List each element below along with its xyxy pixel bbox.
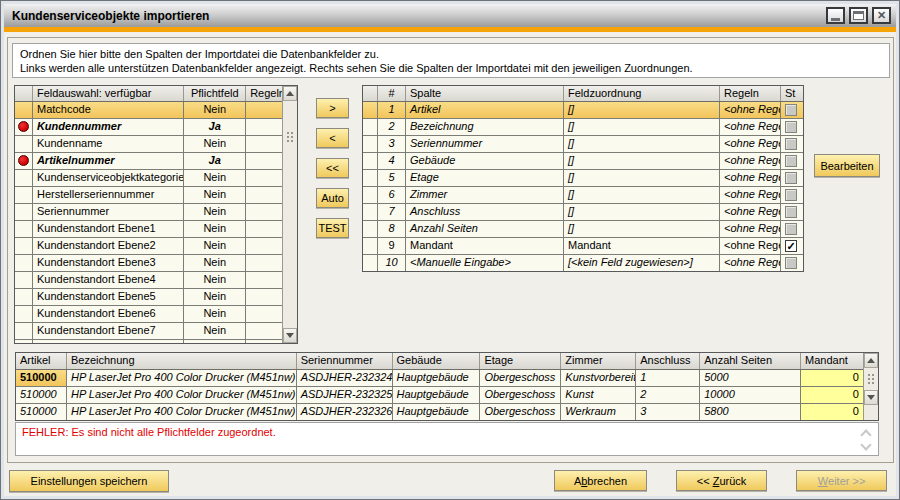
preview-header[interactable]: Bezeichnung <box>67 353 297 369</box>
preview-header[interactable]: Anschluss <box>636 353 700 369</box>
next-button[interactable]: Weiter >> <box>796 470 887 491</box>
scroll-down-button[interactable] <box>283 328 297 343</box>
preview-header[interactable]: Artikel <box>16 353 67 369</box>
right-header-num[interactable]: # <box>378 86 406 101</box>
table-row[interactable]: 5 Etage [] <ohne Regel> <box>363 170 803 187</box>
left-header-rules[interactable]: Regeln <box>246 86 282 101</box>
content-panel: Ordnen Sie hier bitte den Spalten der Im… <box>7 37 894 463</box>
minimize-button[interactable] <box>826 7 845 24</box>
test-button[interactable]: TEST <box>316 218 349 238</box>
table-row[interactable]: Kundenstandort Ebene4 Nein <box>15 272 282 289</box>
table-row[interactable]: Seriennummer Nein <box>15 204 282 221</box>
left-table-scrollbar[interactable] <box>282 86 297 343</box>
standard-checkbox[interactable] <box>785 138 797 150</box>
standard-checkbox[interactable] <box>785 172 797 184</box>
table-row[interactable]: Kundenserviceobjektkategorie Nein <box>15 170 282 187</box>
edit-button[interactable]: Bearbeiten <box>814 154 880 177</box>
unassign-all-button[interactable]: << <box>316 158 349 178</box>
standard-checkbox[interactable] <box>785 257 797 269</box>
dialog-window: Kundenserviceobjekte importieren ✕ Ordne… <box>0 0 900 500</box>
left-header-required[interactable]: Pflichtfeld <box>184 86 246 101</box>
standard-checkbox[interactable] <box>785 155 797 167</box>
table-row[interactable]: 6 Zimmer [] <ohne Regel> <box>363 187 803 204</box>
standard-checkbox[interactable] <box>785 206 797 218</box>
available-fields-table: Feldauswahl: verfügbar Pflichtfeld Regel… <box>14 85 298 344</box>
right-header-mapping[interactable]: Feldzuordnung <box>564 86 720 101</box>
import-dialog: Kundenserviceobjekte importieren ✕ Ordne… <box>0 0 900 500</box>
table-row[interactable]: Kundenstandort Ebene8 Nein <box>15 340 282 343</box>
preview-header[interactable]: Zimmer <box>561 353 636 369</box>
table-row[interactable]: Kundenstandort Ebene1 Nein <box>15 221 282 238</box>
table-row[interactable]: 2 Bezeichnung [] <ohne Regel> <box>363 119 803 136</box>
table-row[interactable]: 10 <Manuelle Eingabe> [<kein Feld zugewi… <box>363 255 803 271</box>
column-mapping-table: # Spalte Feldzuordnung Regeln St 1 Artik… <box>362 85 804 272</box>
right-header-column[interactable]: Spalte <box>406 86 564 101</box>
scroll-up-button[interactable] <box>283 86 297 101</box>
unassign-button[interactable]: < <box>316 128 349 148</box>
next-label: W <box>818 475 828 487</box>
scroll-down-button[interactable] <box>864 390 878 405</box>
preview-header[interactable]: Anzahl Seiten <box>700 353 801 369</box>
right-header-icon-col <box>363 86 378 101</box>
table-row[interactable]: Kundenstandort Ebene6 Nein <box>15 306 282 323</box>
required-field-icon <box>18 121 29 132</box>
maximize-button[interactable] <box>849 7 868 24</box>
right-header-st[interactable]: St <box>781 86 803 101</box>
back-button[interactable]: << Zurück <box>676 470 767 491</box>
standard-checkbox[interactable] <box>785 121 797 133</box>
table-row[interactable]: 4 Gebäude [] <ohne Regel> <box>363 153 803 170</box>
table-row[interactable]: Artikelnummer Ja <box>15 153 282 170</box>
arrow-up-icon <box>867 358 875 363</box>
table-row[interactable]: Kundenstandort Ebene7 Nein <box>15 323 282 340</box>
scroll-up-button[interactable] <box>864 353 878 368</box>
arrow-up-icon <box>286 91 294 96</box>
back-label: << <box>697 475 710 487</box>
table-row[interactable]: 9 Mandant Mandant <ohne Regel> ✓ <box>363 238 803 255</box>
table-row[interactable]: 510000 HP LaserJet Pro 400 Color Drucker… <box>16 404 863 420</box>
dialog-title: Kundenserviceobjekte importieren <box>4 9 209 23</box>
required-field-icon <box>18 155 29 166</box>
cancel-button[interactable]: Abbrechen <box>554 470 647 491</box>
instructions-panel: Ordnen Sie hier bitte den Spalten der Im… <box>12 43 890 78</box>
table-row[interactable]: 1 Artikel [] <ohne Regel> <box>363 102 803 119</box>
scrollbar-grip[interactable] <box>866 372 876 385</box>
save-settings-button[interactable]: Einstellungen speichern <box>9 470 169 492</box>
close-button[interactable]: ✕ <box>872 7 891 24</box>
preview-header[interactable]: Seriennummer <box>297 353 393 369</box>
cancel-label: A <box>574 475 581 487</box>
standard-checkbox[interactable] <box>785 223 797 235</box>
preview-header[interactable]: Etage <box>480 353 561 369</box>
table-row[interactable]: Kundenstandort Ebene2 Nein <box>15 238 282 255</box>
arrow-down-icon <box>867 395 875 400</box>
preview-table-scrollbar[interactable] <box>863 353 878 420</box>
standard-checkbox[interactable] <box>785 189 797 201</box>
scrollbar-grip[interactable] <box>285 130 295 143</box>
left-header-icon-col <box>15 86 33 101</box>
table-row[interactable]: Kundenstandort Ebene5 Nein <box>15 289 282 306</box>
table-row[interactable]: Kundennummer Ja <box>15 119 282 136</box>
title-bar[interactable]: Kundenserviceobjekte importieren ✕ <box>4 4 896 27</box>
preview-header[interactable]: Gebäude <box>393 353 481 369</box>
table-row[interactable]: Kundenname Nein <box>15 136 282 153</box>
table-row[interactable]: Kundenstandort Ebene3 Nein <box>15 255 282 272</box>
instructions-line2: Links werden alle unterstützen Datenbank… <box>20 61 882 75</box>
table-row[interactable]: 510000 HP LaserJet Pro 400 Color Drucker… <box>16 370 863 387</box>
preview-header[interactable]: Mandant <box>801 353 863 369</box>
chevron-down-icon[interactable] <box>860 439 871 450</box>
accent-bar <box>4 27 896 32</box>
standard-checkbox-checked[interactable]: ✓ <box>785 240 797 252</box>
left-header-field[interactable]: Feldauswahl: verfügbar <box>33 86 184 101</box>
table-row[interactable]: Herstellerseriennummer Nein <box>15 187 282 204</box>
right-header-rules[interactable]: Regeln <box>720 86 781 101</box>
table-row[interactable]: 3 Seriennummer [] <ohne Regel> <box>363 136 803 153</box>
message-panel: FEHLER: Es sind nicht alle Pflichtfelder… <box>15 422 879 456</box>
minimize-icon <box>831 18 840 21</box>
standard-checkbox[interactable] <box>785 104 797 116</box>
assign-button[interactable]: > <box>316 98 349 118</box>
table-row[interactable]: 8 Anzahl Seiten [] <ohne Regel> <box>363 221 803 238</box>
table-row[interactable]: 7 Anschluss [] <ohne Regel> <box>363 204 803 221</box>
table-row[interactable]: 510000 HP LaserJet Pro 400 Color Drucker… <box>16 387 863 404</box>
table-row[interactable]: Matchcode Nein <box>15 102 282 119</box>
close-icon: ✕ <box>877 10 886 21</box>
auto-assign-button[interactable]: Auto <box>316 188 349 208</box>
